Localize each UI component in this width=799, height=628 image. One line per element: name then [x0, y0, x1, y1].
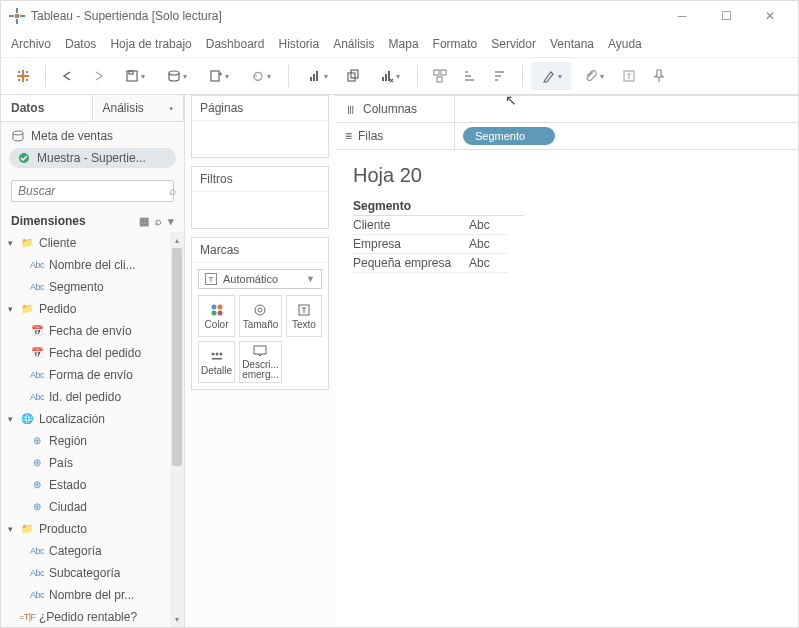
marks-detail[interactable]: Detalle	[198, 341, 235, 383]
folder-cliente[interactable]: ▾📁Cliente	[1, 232, 170, 254]
field-id-pedido[interactable]: AbcId. del pedido	[1, 386, 170, 408]
svg-rect-6	[17, 75, 29, 77]
text-button[interactable]	[615, 62, 643, 90]
tab-analisis[interactable]: Análisis•	[93, 95, 185, 121]
new-sheet-button[interactable]: ▾	[198, 62, 238, 90]
pages-card[interactable]: Páginas	[191, 95, 329, 158]
tableau-logo-button[interactable]	[9, 62, 37, 90]
menu-formato[interactable]: Formato	[433, 37, 478, 51]
rows-shelf[interactable]: ≡Filas Segmento	[335, 123, 798, 150]
search-icon: ⌕	[169, 184, 176, 198]
svg-rect-45	[212, 358, 222, 360]
svg-rect-46	[254, 346, 266, 354]
data-pane: Datos Análisis• Meta de ventas Muestra -…	[1, 95, 185, 627]
duplicate-button[interactable]	[339, 62, 367, 90]
field-forma-envio[interactable]: AbcForma de envío	[1, 364, 170, 386]
dimensions-header: Dimensiones	[11, 214, 86, 228]
svg-point-43	[215, 352, 218, 355]
filters-card[interactable]: Filtros	[191, 166, 329, 229]
svg-rect-8	[26, 71, 28, 73]
sort-desc-button[interactable]	[486, 62, 514, 90]
svg-rect-1	[16, 19, 18, 24]
close-button[interactable]: ✕	[750, 2, 790, 30]
tree-scrollbar[interactable]: ▴▾	[170, 232, 184, 627]
menubar: Archivo Datos Hoja de trabajo Dashboard …	[1, 31, 798, 57]
menu-dashboard[interactable]: Dashboard	[206, 37, 265, 51]
pin-button[interactable]	[645, 62, 673, 90]
marks-type-dropdown[interactable]: TAutomático▼	[198, 269, 322, 289]
field-subcategoria[interactable]: AbcSubcategoría	[1, 562, 170, 584]
folder-localizacion[interactable]: ▾🌐Localización	[1, 408, 170, 430]
menu-mapa[interactable]: Mapa	[389, 37, 419, 51]
table-row[interactable]: Pequeña empresaAbc	[353, 254, 508, 273]
attach-button[interactable]: ▾	[573, 62, 613, 90]
table-row[interactable]: ClienteAbc	[353, 216, 508, 235]
menu-ayuda[interactable]: Ayuda	[608, 37, 642, 51]
field-ciudad[interactable]: ⊕Ciudad	[1, 496, 170, 518]
columns-shelf[interactable]: ⫼Columnas	[335, 96, 798, 123]
minimize-button[interactable]: ─	[662, 2, 702, 30]
field-segmento[interactable]: AbcSegmento	[1, 276, 170, 298]
menu-datos[interactable]: Datos	[65, 37, 96, 51]
new-datasource-button[interactable]: ▾	[156, 62, 196, 90]
svg-point-39	[255, 305, 265, 315]
undo-button[interactable]	[54, 62, 82, 90]
datasource-sample[interactable]: Muestra - Supertie...	[9, 148, 176, 168]
marks-text[interactable]: Texto	[286, 295, 322, 337]
search-input[interactable]	[18, 184, 169, 198]
field-estado[interactable]: ⊕Estado	[1, 474, 170, 496]
dimensions-tree: ▾📁Cliente AbcNombre del cli... AbcSegmen…	[1, 232, 170, 627]
menu-archivo[interactable]: Archivo	[11, 37, 51, 51]
svg-rect-27	[465, 75, 471, 77]
folder-producto[interactable]: ▾📁Producto	[1, 518, 170, 540]
highlight-button[interactable]: ▾	[531, 62, 571, 90]
columns-icon: ⫼	[345, 102, 357, 116]
redo-button[interactable]	[84, 62, 112, 90]
svg-rect-9	[18, 79, 20, 81]
menu-historia[interactable]: Historia	[278, 37, 319, 51]
menu-servidor[interactable]: Servidor	[491, 37, 536, 51]
field-nombre-producto[interactable]: AbcNombre del pr...	[1, 584, 170, 606]
marks-card: Marcas TAutomático▼ Color Tamaño Texto D…	[191, 237, 329, 390]
clear-button[interactable]: ▾	[369, 62, 409, 90]
save-button[interactable]: ▾	[114, 62, 154, 90]
refresh-button[interactable]: ▾	[240, 62, 280, 90]
svg-point-44	[219, 352, 222, 355]
svg-point-35	[211, 304, 216, 309]
swap-button[interactable]: ▾	[297, 62, 337, 90]
marks-tooltip[interactable]: Descri...emerg...	[239, 341, 282, 383]
group-button[interactable]	[426, 62, 454, 90]
field-fecha-pedido[interactable]: 📅Fecha del pedido	[1, 342, 170, 364]
field-nombre-cliente[interactable]: AbcNombre del cli...	[1, 254, 170, 276]
viz-table: ClienteAbc EmpresaAbc Pequeña empresaAbc	[353, 216, 508, 273]
rows-icon: ≡	[345, 129, 352, 143]
svg-rect-30	[495, 75, 501, 77]
marks-color[interactable]: Color	[198, 295, 235, 337]
svg-rect-29	[495, 71, 504, 73]
sheet-title[interactable]: Hoja 20	[353, 164, 780, 187]
field-fecha-envio[interactable]: 📅Fecha de envío	[1, 320, 170, 342]
menu-analisis[interactable]: Análisis	[333, 37, 374, 51]
search-box[interactable]: ⌕	[11, 180, 174, 202]
table-row[interactable]: EmpresaAbc	[353, 235, 508, 254]
find-icon[interactable]: ⌕	[155, 215, 162, 228]
marks-size[interactable]: Tamaño	[239, 295, 282, 337]
datasource-meta[interactable]: Meta de ventas	[1, 126, 184, 146]
svg-rect-23	[434, 70, 439, 75]
sort-asc-button[interactable]	[456, 62, 484, 90]
menu-ventana[interactable]: Ventana	[550, 37, 594, 51]
pill-segmento[interactable]: Segmento	[463, 127, 555, 145]
folder-pedido[interactable]: ▾📁Pedido	[1, 298, 170, 320]
view-grid-icon[interactable]: ▦	[139, 215, 149, 228]
menu-hoja[interactable]: Hoja de trabajo	[110, 37, 191, 51]
cards-column: Páginas Filtros Marcas TAutomático▼ Colo…	[185, 95, 335, 627]
svg-rect-16	[313, 74, 315, 81]
field-pais[interactable]: ⊕País	[1, 452, 170, 474]
svg-point-36	[217, 304, 222, 309]
field-region[interactable]: ⊕Región	[1, 430, 170, 452]
tab-datos[interactable]: Datos	[1, 95, 93, 121]
field-pedido-rentable[interactable]: =T|F¿Pedido rentable?	[1, 606, 170, 627]
field-categoria[interactable]: AbcCategoría	[1, 540, 170, 562]
maximize-button[interactable]: ☐	[706, 2, 746, 30]
menu-icon[interactable]: ▾	[168, 215, 174, 228]
